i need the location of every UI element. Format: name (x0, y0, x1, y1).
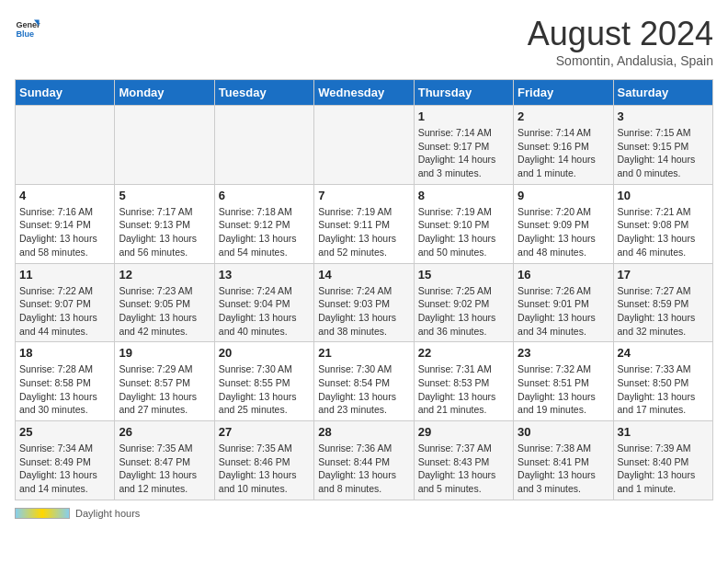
day-info: Sunrise: 7:14 AM Sunset: 9:17 PM Dayligh… (418, 126, 509, 180)
day-number: 29 (418, 425, 509, 439)
weekday-header: Saturday (613, 80, 712, 106)
calendar-cell: 1Sunrise: 7:14 AM Sunset: 9:17 PM Daylig… (414, 106, 513, 185)
calendar-cell: 31Sunrise: 7:39 AM Sunset: 8:40 PM Dayli… (613, 421, 712, 500)
day-info: Sunrise: 7:32 AM Sunset: 8:51 PM Dayligh… (518, 362, 609, 417)
calendar-cell: 11Sunrise: 7:22 AM Sunset: 9:07 PM Dayli… (16, 263, 115, 342)
calendar-subtitle: Somontin, Andalusia, Spain (528, 53, 713, 68)
weekday-header: Friday (514, 80, 613, 106)
day-info: Sunrise: 7:19 AM Sunset: 9:11 PM Dayligh… (318, 205, 409, 259)
calendar-cell: 9Sunrise: 7:20 AM Sunset: 9:09 PM Daylig… (514, 184, 613, 263)
day-info: Sunrise: 7:30 AM Sunset: 8:54 PM Dayligh… (318, 362, 409, 417)
day-number: 1 (418, 109, 509, 123)
day-info: Sunrise: 7:34 AM Sunset: 8:49 PM Dayligh… (19, 442, 110, 496)
calendar-cell: 6Sunrise: 7:18 AM Sunset: 9:12 PM Daylig… (214, 184, 313, 263)
day-info: Sunrise: 7:22 AM Sunset: 9:07 PM Dayligh… (19, 284, 110, 339)
weekday-header: Tuesday (214, 80, 313, 106)
day-number: 11 (19, 268, 110, 282)
day-info: Sunrise: 7:17 AM Sunset: 9:13 PM Dayligh… (119, 205, 210, 259)
calendar-cell: 27Sunrise: 7:35 AM Sunset: 8:46 PM Dayli… (214, 421, 313, 500)
day-number: 19 (119, 346, 210, 360)
day-info: Sunrise: 7:15 AM Sunset: 9:15 PM Dayligh… (618, 126, 709, 180)
day-info: Sunrise: 7:37 AM Sunset: 8:43 PM Dayligh… (418, 442, 509, 496)
calendar-cell: 14Sunrise: 7:24 AM Sunset: 9:03 PM Dayli… (314, 263, 414, 342)
day-number: 9 (518, 189, 609, 202)
day-number: 14 (318, 268, 409, 282)
day-info: Sunrise: 7:29 AM Sunset: 8:57 PM Dayligh… (119, 362, 210, 417)
calendar-cell: 17Sunrise: 7:27 AM Sunset: 8:59 PM Dayli… (613, 263, 712, 342)
day-number: 31 (618, 425, 709, 439)
day-number: 12 (119, 268, 210, 282)
day-info: Sunrise: 7:16 AM Sunset: 9:14 PM Dayligh… (19, 205, 110, 259)
calendar-cell (115, 106, 214, 185)
day-info: Sunrise: 7:14 AM Sunset: 9:16 PM Dayligh… (518, 126, 609, 180)
calendar-cell: 3Sunrise: 7:15 AM Sunset: 9:15 PM Daylig… (613, 106, 712, 185)
day-number: 18 (19, 346, 110, 360)
day-info: Sunrise: 7:38 AM Sunset: 8:41 PM Dayligh… (518, 442, 609, 496)
day-number: 10 (618, 189, 709, 202)
calendar-cell: 19Sunrise: 7:29 AM Sunset: 8:57 PM Dayli… (115, 342, 214, 421)
day-number: 2 (518, 109, 609, 123)
day-info: Sunrise: 7:30 AM Sunset: 8:55 PM Dayligh… (219, 362, 310, 417)
day-number: 25 (19, 425, 110, 439)
day-number: 4 (19, 189, 110, 202)
calendar-title: August 2024 (528, 15, 713, 53)
daylight-bar (15, 508, 70, 519)
day-info: Sunrise: 7:25 AM Sunset: 9:02 PM Dayligh… (418, 284, 509, 339)
day-number: 21 (318, 346, 409, 360)
day-number: 22 (418, 346, 509, 360)
day-info: Sunrise: 7:31 AM Sunset: 8:53 PM Dayligh… (418, 362, 509, 417)
day-info: Sunrise: 7:39 AM Sunset: 8:40 PM Dayligh… (618, 442, 709, 496)
day-number: 5 (119, 189, 210, 202)
calendar-cell (214, 106, 313, 185)
day-number: 20 (219, 346, 310, 360)
day-info: Sunrise: 7:35 AM Sunset: 8:46 PM Dayligh… (219, 442, 310, 496)
calendar-cell: 26Sunrise: 7:35 AM Sunset: 8:47 PM Dayli… (115, 421, 214, 500)
calendar-cell: 20Sunrise: 7:30 AM Sunset: 8:55 PM Dayli… (214, 342, 313, 421)
day-number: 8 (418, 189, 509, 202)
calendar-cell: 25Sunrise: 7:34 AM Sunset: 8:49 PM Dayli… (16, 421, 115, 500)
title-area: August 2024 Somontin, Andalusia, Spain (528, 15, 713, 68)
logo: General Blue (15, 15, 40, 40)
day-info: Sunrise: 7:36 AM Sunset: 8:44 PM Dayligh… (318, 442, 409, 496)
day-number: 23 (518, 346, 609, 360)
calendar-cell: 28Sunrise: 7:36 AM Sunset: 8:44 PM Dayli… (314, 421, 414, 500)
calendar-cell: 4Sunrise: 7:16 AM Sunset: 9:14 PM Daylig… (16, 184, 115, 263)
day-info: Sunrise: 7:24 AM Sunset: 9:03 PM Dayligh… (318, 284, 409, 339)
calendar-cell: 18Sunrise: 7:28 AM Sunset: 8:58 PM Dayli… (16, 342, 115, 421)
calendar-cell: 29Sunrise: 7:37 AM Sunset: 8:43 PM Dayli… (414, 421, 513, 500)
calendar-cell: 16Sunrise: 7:26 AM Sunset: 9:01 PM Dayli… (514, 263, 613, 342)
calendar-cell (314, 106, 414, 185)
day-info: Sunrise: 7:24 AM Sunset: 9:04 PM Dayligh… (219, 284, 310, 339)
footer: Daylight hours (15, 508, 713, 519)
calendar-cell (16, 106, 115, 185)
calendar-cell: 21Sunrise: 7:30 AM Sunset: 8:54 PM Dayli… (314, 342, 414, 421)
day-number: 30 (518, 425, 609, 439)
calendar-cell: 23Sunrise: 7:32 AM Sunset: 8:51 PM Dayli… (514, 342, 613, 421)
calendar-table: SundayMondayTuesdayWednesdayThursdayFrid… (15, 79, 713, 500)
day-info: Sunrise: 7:20 AM Sunset: 9:09 PM Dayligh… (518, 205, 609, 259)
calendar-cell: 10Sunrise: 7:21 AM Sunset: 9:08 PM Dayli… (613, 184, 712, 263)
calendar-cell: 7Sunrise: 7:19 AM Sunset: 9:11 PM Daylig… (314, 184, 414, 263)
day-info: Sunrise: 7:33 AM Sunset: 8:50 PM Dayligh… (618, 362, 709, 417)
day-number: 15 (418, 268, 509, 282)
day-info: Sunrise: 7:27 AM Sunset: 8:59 PM Dayligh… (618, 284, 709, 339)
day-number: 3 (618, 109, 709, 123)
day-info: Sunrise: 7:23 AM Sunset: 9:05 PM Dayligh… (119, 284, 210, 339)
day-number: 6 (219, 189, 310, 202)
calendar-cell: 12Sunrise: 7:23 AM Sunset: 9:05 PM Dayli… (115, 263, 214, 342)
day-info: Sunrise: 7:35 AM Sunset: 8:47 PM Dayligh… (119, 442, 210, 496)
calendar-cell: 5Sunrise: 7:17 AM Sunset: 9:13 PM Daylig… (115, 184, 214, 263)
day-info: Sunrise: 7:28 AM Sunset: 8:58 PM Dayligh… (19, 362, 110, 417)
calendar-cell: 13Sunrise: 7:24 AM Sunset: 9:04 PM Dayli… (214, 263, 313, 342)
day-number: 7 (318, 189, 409, 202)
day-number: 16 (518, 268, 609, 282)
footer-label: Daylight hours (75, 508, 140, 519)
calendar-cell: 8Sunrise: 7:19 AM Sunset: 9:10 PM Daylig… (414, 184, 513, 263)
weekday-header: Sunday (16, 80, 115, 106)
day-number: 24 (618, 346, 709, 360)
calendar-cell: 22Sunrise: 7:31 AM Sunset: 8:53 PM Dayli… (414, 342, 513, 421)
day-number: 17 (618, 268, 709, 282)
day-info: Sunrise: 7:21 AM Sunset: 9:08 PM Dayligh… (618, 205, 709, 259)
weekday-header: Wednesday (314, 80, 414, 106)
calendar-cell: 24Sunrise: 7:33 AM Sunset: 8:50 PM Dayli… (613, 342, 712, 421)
